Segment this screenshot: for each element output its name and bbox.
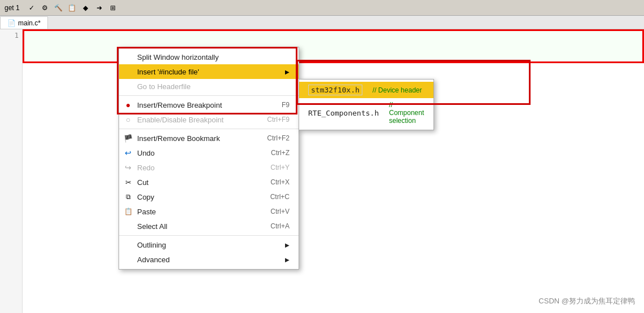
- insert-include-label: Insert '#include file': [137, 68, 199, 76]
- menu-item-enable-breakpoint: ○ Enable/Disable Breakpoint Ctrl+F9: [119, 112, 299, 127]
- insert-bookmark-label: Insert/Remove Bookmark: [137, 134, 220, 143]
- submenu-item-stm32[interactable]: stm32f10x.h // Device header: [299, 82, 433, 98]
- menu-item-split-window[interactable]: Split Window horizontally: [119, 50, 299, 64]
- editor-container: 📄 main.c* 1 Split Window horizontally In…: [0, 16, 644, 313]
- diamond-icon[interactable]: ◆: [81, 3, 91, 13]
- menu-item-cut[interactable]: ✂ Cut Ctrl+X: [119, 175, 299, 189]
- menu-item-copy[interactable]: ⧉ Copy Ctrl+C: [119, 189, 299, 204]
- build-icon[interactable]: 🔨: [54, 3, 64, 13]
- rte-label: RTE_Components.h: [308, 109, 379, 117]
- copy-menu-icon: ⧉: [122, 191, 134, 202]
- context-menu: Split Window horizontally Insert '#inclu…: [119, 47, 299, 270]
- cut-shortcut: Ctrl+X: [270, 178, 290, 186]
- split-window-label: Split Window horizontally: [137, 53, 219, 61]
- main-tab[interactable]: 📄 main.c*: [0, 16, 48, 29]
- menu-item-insert-include[interactable]: Insert '#include file' ▶ stm32f10x.h // …: [119, 64, 299, 79]
- tab-label: main.c*: [18, 19, 41, 27]
- menu-item-select-all[interactable]: Select All Ctrl+A: [119, 219, 299, 233]
- line-numbers: 1: [0, 29, 23, 313]
- checkmark-icon[interactable]: ✓: [27, 3, 37, 13]
- redo-label: Redo: [137, 164, 155, 172]
- undo-shortcut: Ctrl+Z: [271, 149, 290, 157]
- arrow-icon[interactable]: ➜: [94, 3, 104, 13]
- submenu-arrow-icon: ▶: [285, 69, 290, 75]
- breakpoint-outline-icon: ○: [122, 114, 134, 125]
- stm32-comment: // Device header: [373, 86, 422, 94]
- breakpoint-red-icon: ●: [122, 99, 134, 111]
- watermark: CSDN @努力成为焦耳定律鸭: [538, 296, 635, 306]
- tab-bar: 📄 main.c*: [0, 16, 644, 29]
- submenu-item-rte[interactable]: RTE_Components.h // Component selection: [299, 98, 433, 127]
- cut-icon: ✂: [122, 177, 134, 188]
- outlining-arrow-icon: ▶: [285, 242, 290, 248]
- menu-item-redo: ↪ Redo Ctrl+Y: [119, 160, 299, 175]
- menu-item-insert-bookmark[interactable]: 🏴 Insert/Remove Bookmark Ctrl+F2: [119, 131, 299, 146]
- separator-1: [119, 95, 299, 96]
- insert-breakpoint-label: Insert/Remove Breakpoint: [137, 101, 222, 109]
- menu-item-outlining[interactable]: Outlining ▶: [119, 237, 299, 252]
- settings-icon[interactable]: ⚙: [40, 3, 50, 13]
- title-bar-title: get 1: [5, 4, 20, 12]
- paste-shortcut: Ctrl+V: [270, 208, 290, 215]
- line-number: 1: [3, 32, 19, 39]
- cut-label: Cut: [137, 178, 148, 187]
- rte-comment: // Component selection: [389, 101, 424, 125]
- copy-label: Copy: [137, 193, 154, 201]
- title-bar: get 1 ✓ ⚙ 🔨 📋 ◆ ➜ ⊞: [0, 0, 644, 16]
- copy-shortcut: Ctrl+C: [270, 193, 290, 201]
- paste-label: Paste: [137, 208, 156, 216]
- toolbar: ✓ ⚙ 🔨 📋 ◆ ➜ ⊞: [27, 3, 118, 13]
- redo-icon: ↪: [122, 162, 134, 173]
- grid-icon[interactable]: ⊞: [108, 3, 118, 13]
- insert-breakpoint-shortcut: F9: [282, 101, 290, 109]
- advanced-arrow-icon: ▶: [285, 257, 290, 263]
- outlining-label: Outlining: [137, 241, 166, 249]
- select-all-shortcut: Ctrl+A: [270, 222, 290, 230]
- select-all-label: Select All: [137, 222, 167, 231]
- paste-icon: 📋: [122, 206, 134, 217]
- undo-icon: ↩: [122, 147, 134, 158]
- goto-header-label: Go to Headerfile: [137, 82, 191, 91]
- menu-item-undo[interactable]: ↩ Undo Ctrl+Z: [119, 146, 299, 160]
- redo-shortcut: Ctrl+Y: [270, 164, 290, 171]
- separator-2: [119, 129, 299, 129]
- menu-item-insert-breakpoint[interactable]: ● Insert/Remove Breakpoint F9: [119, 98, 299, 112]
- code-area[interactable]: [23, 29, 644, 313]
- menu-item-paste[interactable]: 📋 Paste Ctrl+V: [119, 204, 299, 219]
- enable-breakpoint-shortcut: Ctrl+F9: [267, 116, 290, 124]
- enable-breakpoint-label: Enable/Disable Breakpoint: [137, 116, 224, 124]
- insert-bookmark-shortcut: Ctrl+F2: [267, 134, 290, 142]
- separator-3: [119, 235, 299, 236]
- menu-item-advanced[interactable]: Advanced ▶: [119, 252, 299, 267]
- menu-item-goto-header: Go to Headerfile: [119, 79, 299, 94]
- copy-icon[interactable]: 📋: [67, 3, 77, 13]
- include-submenu: stm32f10x.h // Device header RTE_Compone…: [299, 79, 434, 130]
- stm32-label: stm32f10x.h: [308, 85, 362, 95]
- advanced-label: Advanced: [137, 255, 170, 264]
- undo-label: Undo: [137, 149, 155, 157]
- file-icon: 📄: [7, 19, 16, 27]
- bookmark-icon: 🏴: [122, 133, 134, 144]
